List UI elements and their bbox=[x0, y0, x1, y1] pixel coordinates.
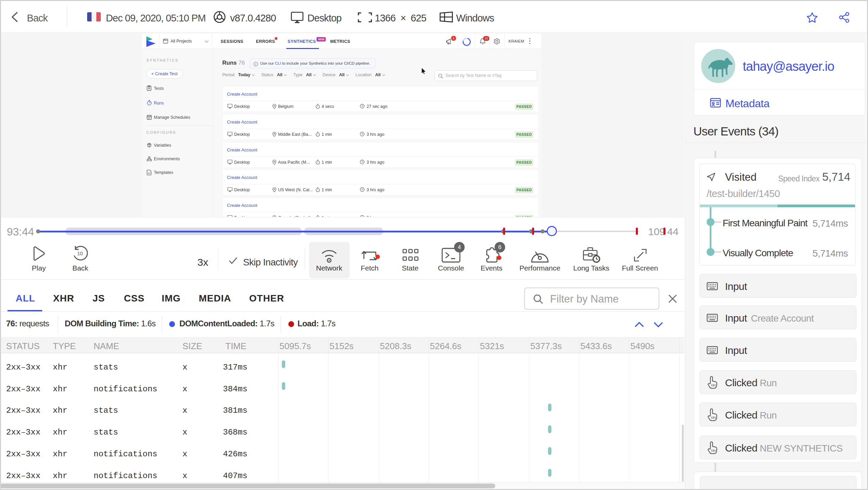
svg-text:10: 10 bbox=[77, 250, 83, 256]
